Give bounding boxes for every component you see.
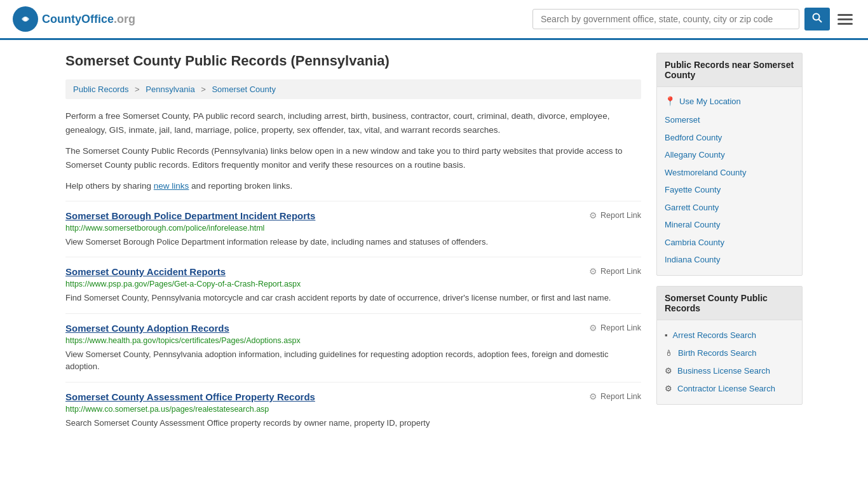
report-link-btn[interactable]: ⚙ Report Link bbox=[589, 323, 641, 333]
nearby-link[interactable]: Bedford County bbox=[665, 129, 794, 147]
record-title[interactable]: Somerset Borough Police Department Incid… bbox=[65, 210, 315, 221]
report-link-btn[interactable]: ⚙ Report Link bbox=[589, 391, 641, 402]
county-records-section: Somerset County Public Records ▪Arrest R… bbox=[656, 286, 803, 405]
record-type-label: Contractor License Search bbox=[677, 383, 775, 395]
desc-post: and reporting broken links. bbox=[189, 181, 292, 191]
desc-pre: Help others by sharing bbox=[65, 181, 154, 191]
record-type-icon: ⚙ bbox=[665, 365, 672, 377]
breadcrumb-sep-1: > bbox=[135, 85, 142, 94]
logo-tld: .org bbox=[114, 13, 135, 25]
nearby-link[interactable]: Fayette County bbox=[665, 181, 794, 199]
report-icon: ⚙ bbox=[589, 266, 597, 276]
county-records-content: ▪Arrest Records Search🕯Birth Records Sea… bbox=[657, 320, 802, 405]
record-url: https://www.health.pa.gov/topics/certifi… bbox=[65, 336, 641, 345]
nearby-link[interactable]: Somerset bbox=[665, 111, 794, 129]
record-desc: Search Somerset County Assessment Office… bbox=[65, 417, 641, 430]
svg-line-3 bbox=[819, 20, 822, 23]
nearby-link[interactable]: Westmoreland County bbox=[665, 164, 794, 182]
record-title[interactable]: Somerset County Adoption Records bbox=[65, 323, 229, 334]
content-area: Somerset County Public Records (Pennsylv… bbox=[65, 53, 641, 438]
use-location-btn[interactable]: 📍 Use My Location bbox=[665, 93, 794, 109]
record-item: Somerset County Accident Reports ⚙ Repor… bbox=[65, 257, 641, 313]
breadcrumb: Public Records > Pennsylvania > Somerset… bbox=[65, 79, 641, 99]
report-link-label: Report Link bbox=[600, 392, 641, 401]
new-links-link[interactable]: new links bbox=[154, 181, 189, 191]
record-desc: View Somerset Borough Police Department … bbox=[65, 236, 641, 248]
report-link-btn[interactable]: ⚙ Report Link bbox=[589, 266, 641, 276]
breadcrumb-pennsylvania[interactable]: Pennsylvania bbox=[146, 85, 194, 94]
nearby-link[interactable]: Indiana County bbox=[665, 251, 794, 269]
page-title: Somerset County Public Records (Pennsylv… bbox=[65, 53, 641, 69]
header: CountyOffice.org bbox=[0, 0, 868, 40]
records-list: Somerset Borough Police Department Incid… bbox=[65, 201, 641, 438]
breadcrumb-sep-2: > bbox=[201, 85, 208, 94]
svg-point-2 bbox=[813, 14, 820, 20]
use-location-label: Use My Location bbox=[679, 97, 741, 106]
county-records-title: Somerset County Public Records bbox=[657, 287, 802, 320]
report-link-label: Report Link bbox=[600, 267, 641, 276]
main-layout: Somerset County Public Records (Pennsylv… bbox=[53, 40, 815, 451]
description-para-1: Perform a free Somerset County, PA publi… bbox=[65, 109, 641, 137]
svg-point-1 bbox=[24, 17, 27, 21]
nearby-link[interactable]: Mineral County bbox=[665, 216, 794, 234]
record-title[interactable]: Somerset County Accident Reports bbox=[65, 266, 226, 277]
report-link-label: Report Link bbox=[600, 323, 641, 332]
description-para-2: The Somerset County Public Records (Penn… bbox=[65, 144, 641, 172]
record-url: http://www.somersetborough.com/police/in… bbox=[65, 224, 641, 233]
report-icon: ⚙ bbox=[589, 391, 597, 402]
county-records-links: ▪Arrest Records Search🕯Birth Records Sea… bbox=[665, 327, 794, 398]
description-para-3: Help others by sharing new links and rep… bbox=[65, 179, 641, 193]
nearby-link[interactable]: Allegany County bbox=[665, 146, 794, 164]
record-item: Somerset County Adoption Records ⚙ Repor… bbox=[65, 313, 641, 382]
nearby-link[interactable]: Cambria County bbox=[665, 234, 794, 252]
nearby-link[interactable]: Garrett County bbox=[665, 199, 794, 217]
logo-text: CountyOffice.org bbox=[42, 13, 135, 26]
breadcrumb-public-records[interactable]: Public Records bbox=[73, 85, 128, 94]
county-record-link[interactable]: ⚙Contractor License Search bbox=[665, 380, 794, 398]
search-button[interactable] bbox=[804, 8, 830, 30]
logo-name: CountyOffice bbox=[42, 13, 114, 25]
record-type-icon: ▪ bbox=[665, 330, 668, 341]
record-item: Somerset County Assessment Office Proper… bbox=[65, 382, 641, 438]
report-icon: ⚙ bbox=[589, 210, 597, 220]
record-item: Somerset Borough Police Department Incid… bbox=[65, 201, 641, 257]
record-desc: Find Somerset County, Pennsylvania motor… bbox=[65, 292, 641, 304]
logo-icon bbox=[13, 6, 38, 32]
county-record-link[interactable]: 🕯Birth Records Search bbox=[665, 344, 794, 362]
record-type-label: Birth Records Search bbox=[678, 348, 757, 359]
record-url: http://www.co.somerset.pa.us/pages/reale… bbox=[65, 405, 641, 414]
report-link-btn[interactable]: ⚙ Report Link bbox=[589, 210, 641, 220]
record-type-icon: 🕯 bbox=[665, 348, 673, 359]
logo-area: CountyOffice.org bbox=[13, 6, 135, 32]
search-area bbox=[532, 8, 855, 30]
record-url: https://www.psp.pa.gov/Pages/Get-a-Copy-… bbox=[65, 280, 641, 288]
nearby-section-content: 📍 Use My Location SomersetBedford County… bbox=[657, 87, 802, 275]
record-type-icon: ⚙ bbox=[665, 383, 672, 395]
sidebar: Public Records near Somerset County 📍 Us… bbox=[656, 53, 803, 438]
search-input[interactable] bbox=[532, 9, 799, 29]
county-record-link[interactable]: ▪Arrest Records Search bbox=[665, 327, 794, 344]
nearby-section: Public Records near Somerset County 📍 Us… bbox=[656, 53, 803, 276]
report-link-label: Report Link bbox=[600, 211, 641, 220]
breadcrumb-somerset-county[interactable]: Somerset County bbox=[212, 85, 275, 94]
location-pin-icon: 📍 bbox=[665, 96, 675, 106]
record-title[interactable]: Somerset County Assessment Office Proper… bbox=[65, 391, 315, 402]
record-type-label: Arrest Records Search bbox=[673, 330, 757, 341]
report-icon: ⚙ bbox=[589, 323, 597, 333]
nearby-section-title: Public Records near Somerset County bbox=[657, 53, 802, 87]
record-type-label: Business License Search bbox=[677, 365, 770, 377]
nearby-links-list: SomersetBedford CountyAllegany CountyWes… bbox=[665, 111, 794, 269]
county-record-link[interactable]: ⚙Business License Search bbox=[665, 362, 794, 380]
menu-button[interactable] bbox=[835, 11, 855, 27]
record-desc: View Somerset County, Pennsylvania adopt… bbox=[65, 348, 641, 373]
